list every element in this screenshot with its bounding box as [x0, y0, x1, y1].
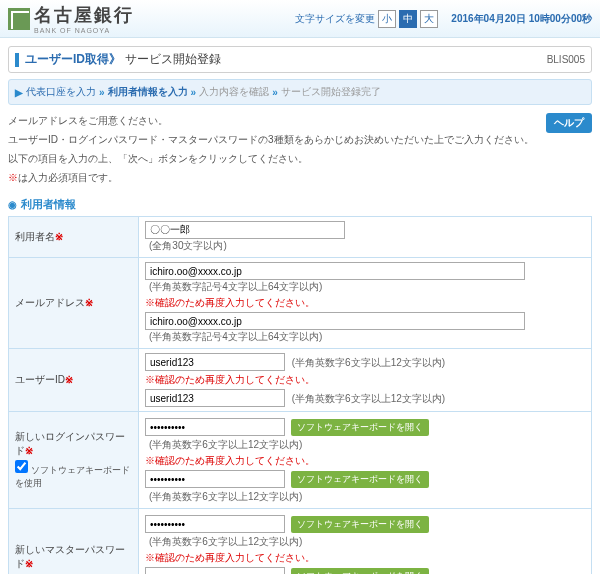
instruction-2: ユーザーID・ログインパスワード・マスターパスワードの3種類をあらかじめお決めい…: [8, 132, 592, 147]
bank-subname: BANK OF NAGOYA: [34, 27, 134, 34]
font-small-button[interactable]: 小: [378, 10, 396, 28]
masterpw-input-2[interactable]: [145, 567, 285, 574]
userid-confirm-msg: ※確認のため再度入力してください。: [145, 373, 585, 387]
userid-label: ユーザーID: [15, 374, 65, 385]
masterpw-confirm-msg: ※確認のため再度入力してください。: [145, 551, 585, 565]
userid-input-1[interactable]: [145, 353, 285, 371]
section-header: 利用者情報: [8, 197, 592, 212]
soft-keyboard-button[interactable]: ソフトウェアキーボードを開く: [291, 568, 429, 575]
breadcrumb: ▶代表口座を入力 »利用者情報を入力 »入力内容を確認 »サービス開始登録完了: [8, 79, 592, 105]
email-confirm-msg: ※確認のため再度入力してください。: [145, 296, 585, 310]
datetime: 2016年04月20日 10時00分00秒: [451, 12, 592, 26]
page-title-bar: ユーザーID取得 》 サービス開始登録 BLIS005: [8, 46, 592, 73]
page-title-sub: サービス開始登録: [125, 51, 221, 68]
page-title-main: ユーザーID取得: [25, 51, 109, 68]
soft-keyboard-button[interactable]: ソフトウェアキーボードを開く: [291, 516, 429, 533]
screen-code: BLIS005: [547, 54, 585, 65]
user-info-form: 利用者名※ (全角30文字以内) メールアドレス※ (半角英数字記号4文字以上6…: [8, 216, 592, 574]
masterpw-input-1[interactable]: [145, 515, 285, 533]
logo-icon: [8, 8, 30, 30]
username-input[interactable]: [145, 221, 345, 239]
instruction-4: ※は入力必須項目です。: [8, 170, 592, 185]
font-medium-button[interactable]: 中: [399, 10, 417, 28]
soft-keyboard-button[interactable]: ソフトウェアキーボードを開く: [291, 471, 429, 488]
instruction-3: 以下の項目を入力の上、「次へ」ボタンをクリックしてください。: [8, 151, 592, 166]
soft-keyboard-button[interactable]: ソフトウェアキーボードを開く: [291, 419, 429, 436]
app-header: 名古屋銀行 BANK OF NAGOYA 文字サイズを変更 小 中 大 2016…: [0, 0, 600, 38]
loginpw-confirm-msg: ※確認のため再度入力してください。: [145, 454, 585, 468]
email-label: メールアドレス: [15, 297, 85, 308]
font-size-label: 文字サイズを変更: [295, 12, 375, 26]
email-input-2[interactable]: [145, 312, 525, 330]
username-label: 利用者名: [15, 231, 55, 242]
soft-keyboard-checkbox[interactable]: [15, 460, 28, 473]
instruction-1: メールアドレスをご用意ください。: [8, 113, 592, 128]
loginpw-input-1[interactable]: [145, 418, 285, 436]
help-button[interactable]: ヘルプ: [546, 113, 592, 133]
font-large-button[interactable]: 大: [420, 10, 438, 28]
username-hint: (全角30文字以内): [149, 240, 227, 251]
email-input-1[interactable]: [145, 262, 525, 280]
userid-input-2[interactable]: [145, 389, 285, 407]
bank-logo: 名古屋銀行 BANK OF NAGOYA: [8, 3, 134, 34]
bank-name: 名古屋銀行: [34, 3, 134, 27]
loginpw-input-2[interactable]: [145, 470, 285, 488]
